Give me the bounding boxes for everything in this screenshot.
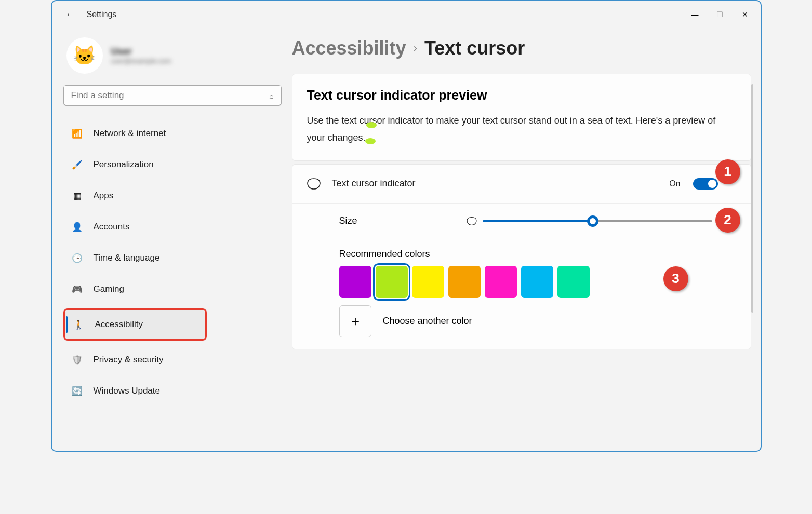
color-swatch-0[interactable]	[339, 266, 371, 298]
chevron-right-icon: ›	[414, 42, 417, 55]
sidebar-item-privacy[interactable]: 🛡️ Privacy & security	[63, 348, 282, 372]
preview-text: Use the text cursor indicator to make yo…	[307, 112, 736, 147]
maximize-button[interactable]: ☐	[708, 4, 733, 25]
close-button[interactable]: ✕	[733, 4, 757, 25]
profile-name: User	[111, 46, 171, 57]
sidebar-item-label: Privacy & security	[94, 355, 164, 365]
app-title: Settings	[87, 10, 117, 19]
shield-icon: 🛡️	[72, 354, 83, 366]
annotation-badge-2: 2	[715, 208, 740, 233]
color-swatch-5[interactable]	[521, 266, 553, 298]
indicator-toggle[interactable]	[693, 178, 718, 190]
scrollbar[interactable]	[751, 84, 753, 313]
indicator-label: Text cursor indicator	[332, 178, 659, 189]
sidebar-item-network[interactable]: 📶 Network & internet	[63, 121, 282, 145]
annotation-badge-1: 1	[715, 159, 740, 184]
sidebar-item-label: Time & language	[94, 253, 160, 263]
colors-title: Recommended colors	[339, 249, 737, 260]
game-icon: 🎮	[72, 283, 83, 295]
search-box[interactable]: ⌕	[63, 85, 282, 106]
sidebar-item-time[interactable]: 🕒 Time & language	[63, 246, 282, 270]
size-label: Size	[339, 215, 456, 226]
main-content: Accessibility › Text cursor Text cursor …	[292, 37, 754, 451]
size-row: Size 2	[292, 203, 751, 239]
indicator-row[interactable]: Text cursor indicator On ˄ 1	[292, 165, 751, 203]
drop-icon	[306, 176, 322, 192]
settings-card: Text cursor indicator On ˄ 1 Size	[292, 164, 751, 349]
minimize-button[interactable]: —	[683, 4, 708, 25]
slider-thumb[interactable]	[587, 215, 598, 227]
preview-card: Text cursor indicator preview Use the te…	[292, 74, 751, 161]
sidebar-item-update[interactable]: 🔄 Windows Update	[63, 379, 282, 403]
sidebar-item-label: Accounts	[94, 222, 130, 232]
breadcrumb: Accessibility › Text cursor	[292, 37, 751, 59]
person-icon: 👤	[72, 221, 83, 233]
sidebar-item-accessibility[interactable]: 🚶 Accessibility	[63, 308, 207, 341]
sidebar-item-apps[interactable]: ▦ Apps	[63, 184, 282, 208]
size-slider[interactable]	[483, 220, 712, 222]
sidebar-item-label: Apps	[94, 191, 114, 201]
back-button[interactable]: ←	[65, 9, 75, 20]
titlebar: ← Settings — ☐ ✕	[52, 1, 761, 28]
color-swatch-4[interactable]	[485, 266, 517, 298]
color-swatch-6[interactable]	[557, 266, 590, 298]
color-swatch-1[interactable]	[376, 266, 408, 298]
choose-color-button[interactable]: ＋	[339, 305, 371, 337]
update-icon: 🔄	[72, 385, 83, 397]
sidebar-item-gaming[interactable]: 🎮 Gaming	[63, 277, 282, 301]
sidebar-item-label: Windows Update	[94, 386, 161, 396]
apps-icon: ▦	[72, 190, 83, 201]
avatar: 🐱	[66, 37, 103, 74]
color-swatch-2[interactable]	[412, 266, 444, 298]
choose-color-label: Choose another color	[383, 316, 472, 327]
sidebar-item-label: Gaming	[94, 284, 125, 294]
sidebar-item-accounts[interactable]: 👤 Accounts	[63, 215, 282, 239]
size-min-icon	[466, 217, 477, 226]
toggle-state: On	[669, 179, 680, 188]
preview-title: Text cursor indicator preview	[307, 88, 736, 103]
sidebar-item-label: Personalization	[94, 159, 154, 170]
breadcrumb-parent[interactable]: Accessibility	[292, 37, 406, 59]
sidebar-item-personalization[interactable]: 🖌️ Personalization	[63, 153, 282, 177]
profile-email: user@example.com	[111, 57, 171, 65]
settings-window: ← Settings — ☐ ✕ 🐱 User user@example.com…	[51, 0, 762, 452]
page-title: Text cursor	[424, 37, 525, 59]
search-icon: ⌕	[269, 91, 274, 100]
annotation-badge-3: 3	[663, 266, 688, 291]
sidebar-item-label: Accessibility	[95, 319, 143, 330]
wifi-icon: 📶	[72, 128, 83, 139]
sidebar: 🐱 User user@example.com ⌕ 📶 Network & in…	[63, 37, 282, 451]
clock-icon: 🕒	[72, 252, 83, 264]
profile[interactable]: 🐱 User user@example.com	[63, 37, 282, 74]
accessibility-icon: 🚶	[73, 319, 85, 330]
colors-section: Recommended colors ＋ Choose another colo…	[292, 239, 751, 349]
sidebar-item-label: Network & internet	[94, 128, 166, 139]
color-swatch-3[interactable]	[448, 266, 481, 298]
search-input[interactable]	[71, 90, 269, 101]
brush-icon: 🖌️	[72, 159, 83, 170]
